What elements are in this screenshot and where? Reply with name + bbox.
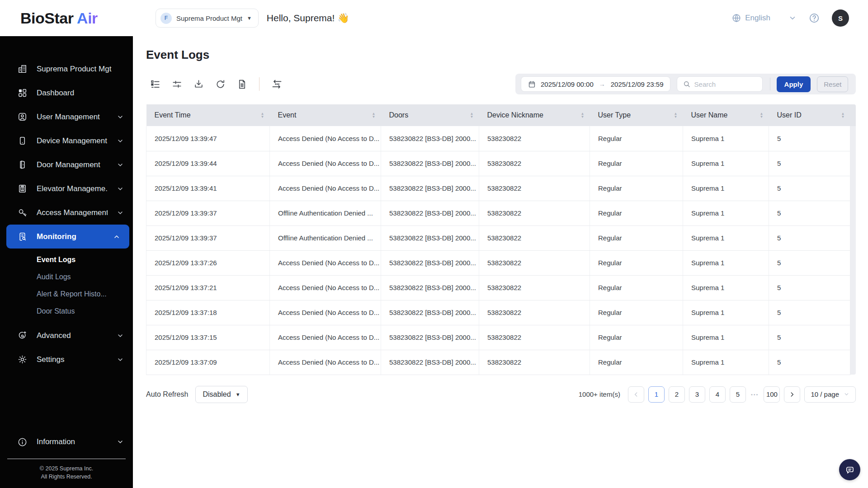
page-size-value: 10 / page <box>811 390 839 398</box>
sidebar-item-monitoring[interactable]: Monitoring <box>6 225 129 249</box>
chat-bubble-icon <box>844 465 855 475</box>
chevron-down-icon <box>117 438 124 446</box>
caret-down-icon: ▼ <box>247 15 252 21</box>
sidebar-item-device-management[interactable]: Device Management <box>0 129 133 153</box>
chevron-down-icon[interactable] <box>788 14 797 22</box>
transfer-icon[interactable] <box>268 75 286 93</box>
table-cell: Suprema 1 <box>683 250 769 275</box>
column-header[interactable]: Event Time▲▼ <box>146 104 270 126</box>
table-row[interactable]: 2025/12/09 13:39:41Access Denied (No Acc… <box>146 176 850 201</box>
previous-page-button[interactable] <box>628 386 644 403</box>
page-button-4[interactable]: 4 <box>709 386 726 403</box>
chevron-down-icon <box>844 391 849 397</box>
table-cell: 2025/12/09 13:37:21 <box>146 275 270 300</box>
top-header: BioStar Air F Suprema Product Mgt ▼ Hell… <box>0 0 868 36</box>
globe-icon <box>731 13 741 23</box>
table-cell: Access Denied (No Access to D... <box>270 126 381 151</box>
sidebar-item-information[interactable]: Information <box>0 430 133 454</box>
table-cell: Regular <box>590 151 683 176</box>
column-header[interactable]: Device Nickname▲▼ <box>479 104 590 126</box>
download-icon[interactable] <box>189 75 208 93</box>
sidebar-item-access-management[interactable]: Access Management <box>0 201 133 225</box>
gear-icon <box>17 354 28 365</box>
user-icon <box>17 112 28 122</box>
sidebar-item-settings[interactable]: Settings <box>0 347 133 371</box>
next-page-button[interactable] <box>784 386 800 403</box>
language-selector[interactable]: English <box>731 13 770 23</box>
auto-refresh-control: Auto Refresh Disabled ▼ <box>146 386 248 403</box>
table-cell: Access Denied (No Access to D... <box>270 250 381 275</box>
sidebar-item-elevator-management[interactable]: Elevator Manageme... <box>0 177 133 201</box>
table-cell: 538230822 [BS3-DB] 2000... <box>381 225 479 250</box>
sort-icon[interactable]: ▲▼ <box>261 112 264 118</box>
table-row[interactable]: 2025/12/09 13:39:44Access Denied (No Acc… <box>146 151 850 176</box>
sort-icon[interactable]: ▲▼ <box>841 112 845 118</box>
organization-selector[interactable]: F Suprema Product Mgt ▼ <box>156 9 259 28</box>
table-row[interactable]: 2025/12/09 13:39:37Offline Authenticatio… <box>146 225 850 250</box>
column-header[interactable]: User ID▲▼ <box>769 104 850 126</box>
page-button-2[interactable]: 2 <box>669 386 685 403</box>
table-body: 2025/12/09 13:39:47Access Denied (No Acc… <box>146 126 850 375</box>
table-cell: Offline Authentication Denied ... <box>270 225 381 250</box>
auto-refresh-dropdown[interactable]: Disabled ▼ <box>195 386 247 403</box>
sort-icon[interactable]: ▲▼ <box>760 112 764 118</box>
sidebar-item-advanced[interactable]: Advanced <box>0 324 133 347</box>
sidebar-item-dashboard[interactable]: Dashboard <box>0 81 133 105</box>
dashboard-icon <box>17 88 28 98</box>
table-row[interactable]: 2025/12/09 13:37:09Access Denied (No Acc… <box>146 350 850 375</box>
table-row[interactable]: 2025/12/09 13:39:37Offline Authenticatio… <box>146 201 850 225</box>
submenu-item-event-logs[interactable]: Event Logs <box>0 251 133 268</box>
sort-icon[interactable]: ▲▼ <box>372 112 376 118</box>
table-cell: 2025/12/09 13:37:15 <box>146 325 270 350</box>
column-header[interactable]: User Type▲▼ <box>590 104 683 126</box>
user-avatar[interactable]: S <box>832 9 849 27</box>
last-page-button[interactable]: 100 <box>764 386 780 403</box>
page-button-1[interactable]: 1 <box>648 386 665 403</box>
submenu-item-door-status[interactable]: Door Status <box>0 303 133 320</box>
submenu-item-alert-report-history[interactable]: Alert & Report Histo... <box>0 286 133 303</box>
table-cell: 5 <box>769 325 850 350</box>
table-row[interactable]: 2025/12/09 13:37:26Access Denied (No Acc… <box>146 250 850 275</box>
door-icon <box>17 160 28 170</box>
pagination-ellipsis[interactable]: ••• <box>750 392 760 397</box>
date-range-start: 2025/12/09 00:00 <box>541 80 594 88</box>
page-size-selector[interactable]: 10 / page <box>804 386 856 403</box>
table-scrollbar[interactable] <box>850 104 856 375</box>
pagination: 1000+ item(s) 12345 ••• 100 10 / page <box>579 386 856 403</box>
sidebar-item-user-management[interactable]: User Management <box>0 105 133 129</box>
chevron-up-icon <box>113 233 120 240</box>
filter-icon[interactable] <box>168 75 186 93</box>
sidebar-item-suprema-product-mgt[interactable]: Suprema Product Mgt <box>0 57 133 81</box>
table-cell: 2025/12/09 13:37:26 <box>146 250 270 275</box>
page-button-3[interactable]: 3 <box>689 386 705 403</box>
report-icon[interactable] <box>233 75 251 93</box>
column-header[interactable]: Event▲▼ <box>270 104 381 126</box>
sort-icon[interactable]: ▲▼ <box>470 112 474 118</box>
table-row[interactable]: 2025/12/09 13:37:18Access Denied (No Acc… <box>146 300 850 325</box>
sidebar-item-label: User Management <box>37 113 108 122</box>
column-header[interactable]: User Name▲▼ <box>683 104 769 126</box>
chevron-down-icon <box>117 161 124 169</box>
sidebar-item-door-management[interactable]: Door Management <box>0 153 133 177</box>
apply-button[interactable]: Apply <box>777 76 811 92</box>
help-icon[interactable] <box>808 12 820 24</box>
column-header-label: User Type <box>598 111 631 119</box>
date-range-picker[interactable]: 2025/12/09 00:00 → 2025/12/09 23:59 <box>521 76 670 92</box>
table-row[interactable]: 2025/12/09 13:37:15Access Denied (No Acc… <box>146 325 850 350</box>
chat-button[interactable] <box>839 459 860 480</box>
table-cell: Suprema 1 <box>683 225 769 250</box>
column-settings-icon[interactable] <box>146 75 164 93</box>
sort-icon[interactable]: ▲▼ <box>674 112 678 118</box>
table-cell: 538230822 [BS3-DB] 2000... <box>381 350 479 375</box>
table-cell: 2025/12/09 13:39:37 <box>146 201 270 225</box>
submenu-item-audit-logs[interactable]: Audit Logs <box>0 268 133 286</box>
refresh-icon[interactable] <box>211 75 229 93</box>
column-header[interactable]: Doors▲▼ <box>381 104 479 126</box>
auto-refresh-label: Auto Refresh <box>146 390 188 399</box>
table-row[interactable]: 2025/12/09 13:37:21Access Denied (No Acc… <box>146 275 850 300</box>
reset-button[interactable]: Reset <box>817 76 848 92</box>
search-input[interactable] <box>694 80 749 88</box>
table-row[interactable]: 2025/12/09 13:39:47Access Denied (No Acc… <box>146 126 850 151</box>
sort-icon[interactable]: ▲▼ <box>581 112 585 118</box>
page-button-5[interactable]: 5 <box>730 386 746 403</box>
